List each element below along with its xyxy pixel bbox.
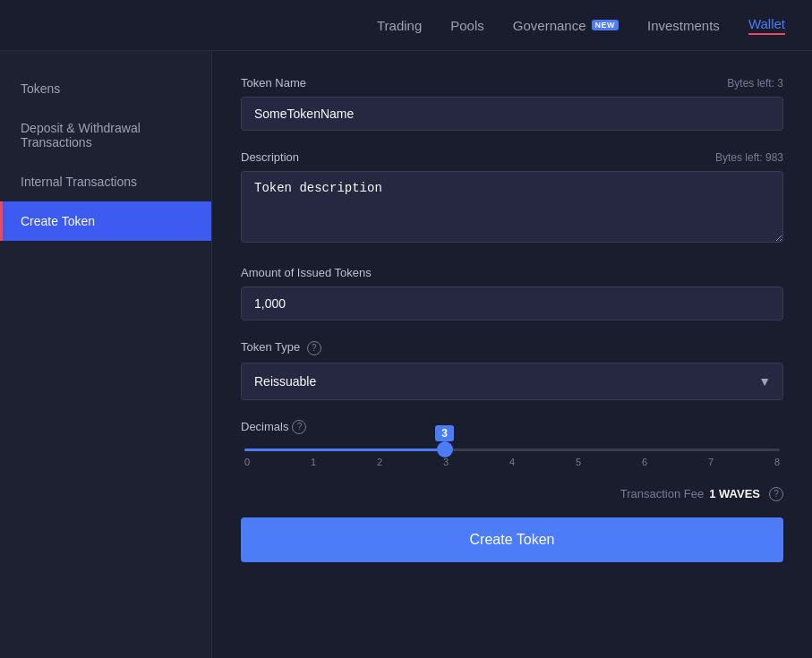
token-type-help-icon[interactable]: ? [307,341,321,355]
token-type-header: Token Type ? [241,340,783,355]
nav-pools-label: Pools [450,18,484,33]
decimals-header: Decimals ? [241,420,783,434]
amount-input[interactable] [241,286,783,320]
tick-2: 2 [377,457,382,467]
token-type-label: Token Type ? [241,340,321,355]
sidebar-item-create-token[interactable]: Create Token [0,201,211,241]
fee-help-icon[interactable]: ? [769,487,783,501]
description-header: Description Bytes left: 983 [241,150,783,164]
tick-1: 1 [311,457,316,467]
sidebar-item-deposit-withdrawal[interactable]: Deposit & Withdrawal Transactions [0,108,211,162]
amount-section: Amount of Issued Tokens [241,266,783,320]
decimals-slider-container: 3 [241,449,783,451]
main-content: Token Name Bytes left: 3 Description Byt… [212,51,812,658]
token-name-section: Token Name Bytes left: 3 [241,76,783,131]
create-token-button[interactable]: Create Token [241,517,783,562]
top-nav: Trading Pools Governance NEW Investments… [0,0,812,51]
nav-governance[interactable]: Governance NEW [513,18,619,33]
tick-8: 8 [774,457,780,467]
tick-5: 5 [576,457,581,467]
description-section: Description Bytes left: 983 Token descri… [241,150,783,246]
nav-trading-label: Trading [377,18,422,33]
fee-amount: 1 WAVES [709,487,760,500]
description-textarea[interactable]: Token description [241,171,783,243]
sidebar-item-tokens[interactable]: Tokens [0,69,211,108]
transaction-fee-row: Transaction Fee 1 WAVES ? [241,487,783,501]
nav-investments-label: Investments [647,18,720,33]
nav-governance-label: Governance [513,18,586,33]
governance-new-badge: NEW [592,20,620,30]
nav-wallet-label: Wallet [748,16,785,31]
slider-fill [244,449,445,451]
token-name-input[interactable] [241,97,783,131]
tick-7: 7 [708,457,714,467]
main-layout: Tokens Deposit & Withdrawal Transactions… [0,51,812,658]
amount-header: Amount of Issued Tokens [241,266,783,279]
tick-6: 6 [642,457,647,467]
sidebar: Tokens Deposit & Withdrawal Transactions… [0,51,212,658]
tick-0: 0 [244,457,250,467]
nav-trading[interactable]: Trading [377,18,422,33]
description-bytes-left: Bytes left: 983 [715,151,783,164]
sidebar-item-internal-transactions[interactable]: Internal Transactions [0,162,211,201]
amount-label: Amount of Issued Tokens [241,266,372,279]
token-type-dropdown-wrapper: Reissuable Non-reissuable ▼ [241,363,783,400]
decimals-label: Decimals [241,420,288,433]
nav-pools[interactable]: Pools [450,18,484,33]
token-type-select[interactable]: Reissuable Non-reissuable [241,363,783,400]
nav-investments[interactable]: Investments [647,18,720,33]
token-name-header: Token Name Bytes left: 3 [241,76,783,90]
fee-label: Transaction Fee [620,487,704,500]
tick-3: 3 [443,457,449,467]
slider-tooltip: 3 [435,425,454,441]
nav-wallet[interactable]: Wallet [748,16,785,35]
tick-4: 4 [509,457,515,467]
slider-track [244,449,780,451]
token-name-label: Token Name [241,76,306,90]
token-name-bytes-left: Bytes left: 3 [727,77,783,90]
token-type-section: Token Type ? Reissuable Non-reissuable ▼ [241,340,783,400]
decimals-section: Decimals ? 3 0 1 2 3 4 5 6 7 8 [241,420,783,467]
slider-thumb[interactable] [437,441,453,457]
decimals-help-icon[interactable]: ? [292,420,306,434]
slider-ticks: 0 1 2 3 4 5 6 7 8 [241,457,783,467]
description-label: Description [241,150,299,164]
